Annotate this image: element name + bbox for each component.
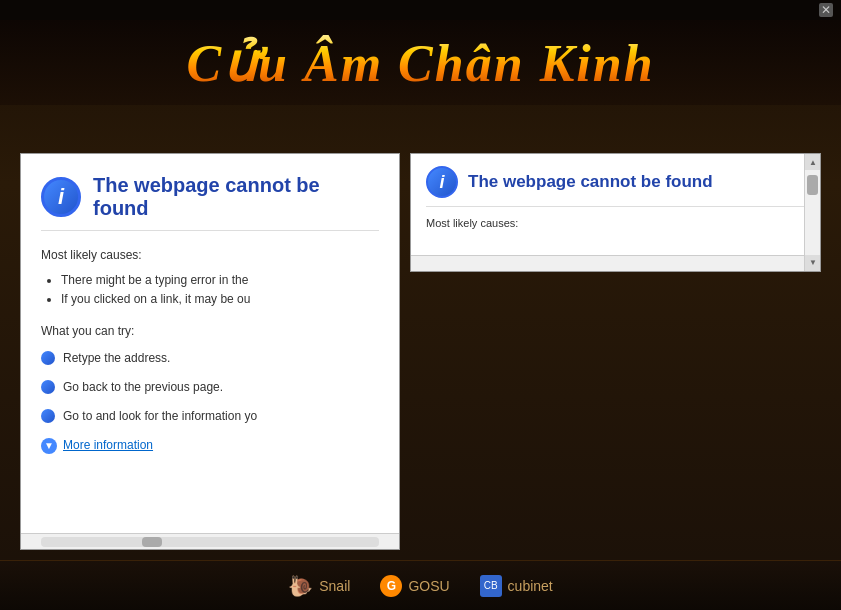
- try-text-1: Retype the address.: [63, 349, 170, 368]
- right-scrollbar-v[interactable]: ▲ ▼: [804, 154, 820, 271]
- most-likely-label: Most likely causes:: [41, 246, 379, 265]
- try-item-3: Go to and look for the information yo: [41, 407, 379, 426]
- logo-area: Cửu Âm Chân Kinh: [0, 20, 841, 105]
- left-browser-panel: i The webpage cannot be found Most likel…: [20, 153, 400, 550]
- footer: 🐌 Snail G GOSU CB cubinet: [0, 560, 841, 610]
- gosu-label: GOSU: [408, 578, 449, 594]
- cause-1: There might be a typing error in the: [61, 271, 379, 290]
- try-item-2: Go back to the previous page.: [41, 378, 379, 397]
- right-most-likely: Most likely causes:: [426, 217, 805, 229]
- cubinet-brand: CB cubinet: [480, 575, 553, 597]
- what-you-can-label: What you can try:: [41, 322, 379, 341]
- cubinet-icon: CB: [480, 575, 502, 597]
- right-error-header: i The webpage cannot be found: [426, 166, 805, 207]
- gosu-brand: G GOSU: [380, 575, 449, 597]
- scroll-down-btn[interactable]: ▼: [805, 255, 821, 271]
- snail-brand: 🐌 Snail: [288, 574, 350, 598]
- info-icon-left: i: [41, 177, 81, 217]
- logo-text: Cửu Âm Chân Kinh: [186, 33, 654, 93]
- scroll-thumb: [142, 537, 162, 547]
- close-button[interactable]: ✕: [819, 3, 833, 17]
- right-browser-panel: i The webpage cannot be found Most likel…: [410, 153, 821, 272]
- left-error-body: Most likely causes: There might be a typ…: [41, 246, 379, 456]
- try-text-3: Go to and look for the information yo: [63, 407, 257, 426]
- right-error-body: Most likely causes:: [426, 217, 805, 229]
- snail-label: Snail: [319, 578, 350, 594]
- left-error-title: The webpage cannot be found: [93, 174, 379, 220]
- more-info-row[interactable]: ▼ More information: [41, 436, 379, 455]
- more-info-icon: ▼: [41, 438, 57, 454]
- cubinet-label: cubinet: [508, 578, 553, 594]
- try-bullet-2: [41, 380, 55, 394]
- more-info-text[interactable]: More information: [63, 436, 153, 455]
- info-icon-right: i: [426, 166, 458, 198]
- right-error-title: The webpage cannot be found: [468, 172, 713, 192]
- left-error-header: i The webpage cannot be found: [41, 174, 379, 231]
- try-bullet-3: [41, 409, 55, 423]
- top-bar: ✕: [0, 0, 841, 20]
- try-item-1: Retype the address.: [41, 349, 379, 368]
- scroll-track[interactable]: [41, 537, 379, 547]
- cause-2: If you clicked on a link, it may be ou: [61, 290, 379, 309]
- try-bullet-1: [41, 351, 55, 365]
- gosu-icon: G: [380, 575, 402, 597]
- try-text-2: Go back to the previous page.: [63, 378, 223, 397]
- scroll-up-btn[interactable]: ▲: [805, 154, 821, 170]
- scroll-track-v[interactable]: [805, 170, 820, 255]
- scroll-thumb-v: [807, 175, 818, 195]
- left-scrollbar[interactable]: [21, 533, 399, 549]
- snail-icon: 🐌: [288, 574, 313, 598]
- right-scrollbar-h[interactable]: [411, 255, 804, 271]
